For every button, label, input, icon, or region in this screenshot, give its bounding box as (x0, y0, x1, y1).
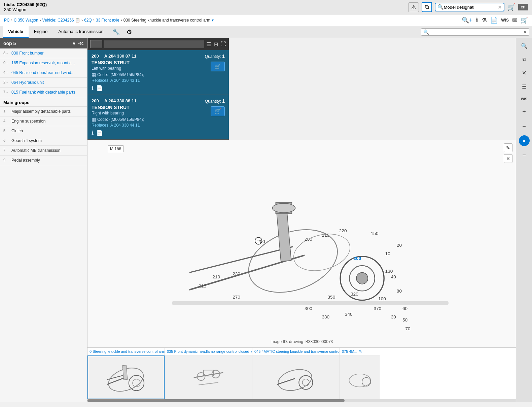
part-2-add-to-cart-button[interactable]: 🛒 (211, 106, 225, 116)
sidebar-group-6[interactable]: 6 Gearshift system (0, 136, 87, 146)
svg-text:130: 130 (385, 269, 393, 274)
search-icon[interactable]: 🔍 (437, 4, 444, 10)
part-1-add-to-cart-button[interactable]: 🛒 (211, 62, 225, 71)
language-button[interactable]: en (518, 4, 528, 10)
part-2-replaces[interactable]: Replaces: A 204 330 44 11 (92, 123, 144, 128)
svg-text:200: 200 (257, 239, 265, 244)
image-edit-button[interactable]: ✎ (504, 143, 512, 152)
thumb-label-2[interactable]: 035 Front dynamic headlamp range control… (165, 348, 252, 355)
search-input[interactable] (444, 5, 498, 10)
cart-header[interactable]: 🛒 (507, 3, 516, 11)
part-card-2: 200 A 204 330 88 11 TENSION STRUT Right … (87, 95, 229, 140)
breadcrumb-model[interactable]: C 350 Wagon (14, 18, 38, 23)
filter-icon[interactable]: ⚗ (482, 16, 487, 24)
part-2-name: TENSION STRUT (92, 105, 144, 110)
sidebar-group-9[interactable]: 9 Pedal assembly (0, 156, 87, 165)
fullscreen-icon[interactable]: ⛶ (221, 41, 226, 47)
info-icon[interactable]: ℹ (476, 16, 478, 24)
sidebar: oop 5 ∧ ≪ 8 - 030 Front bumper 0 - 165 E… (0, 38, 87, 402)
thumb-label-3[interactable]: 045 4MATIC steering knuckle and transver… (252, 348, 340, 355)
thumb-img-3[interactable] (252, 355, 340, 399)
parts-panel-header: ☰ ⊞ ⛶ (87, 38, 229, 50)
sidebar-section-main-groups: Main groups (0, 97, 87, 107)
document-alert-icon[interactable]: 📄 (490, 16, 498, 24)
tab-search-clear-icon[interactable]: ✕ (523, 30, 527, 35)
breadcrumb-dropdown-button[interactable]: ▾ (212, 18, 214, 23)
parts-search-input[interactable] (104, 40, 204, 48)
svg-text:100: 100 (378, 296, 386, 301)
thumbnail-scrollbar-thumb[interactable] (87, 399, 345, 402)
breadcrumb-frontaxle[interactable]: 33 Front axle (96, 18, 119, 23)
diagram-area: M 156 (87, 140, 516, 402)
right-sidebar-list-button[interactable]: ☰ (520, 81, 529, 92)
tab-vehicle[interactable]: Vehicle (3, 26, 29, 38)
right-sidebar-minus-button[interactable]: − (520, 149, 528, 161)
sidebar-group-1[interactable]: 1 Major assembly detachable parts (0, 107, 87, 116)
thumb-edit-icon-4[interactable]: ✎ (359, 349, 362, 354)
right-sidebar-zoom-in-button[interactable]: + (520, 106, 528, 117)
mail-icon[interactable]: ✉ (512, 16, 517, 24)
right-sidebar-wis-button[interactable]: WIS (519, 95, 529, 103)
image-close-button[interactable]: ✕ (504, 154, 512, 163)
tab-search-icon[interactable]: 🔍 (423, 29, 429, 35)
cart-bc-icon[interactable]: 🛒 (521, 16, 528, 24)
wis-icon[interactable]: WIS (501, 18, 509, 23)
tab-search-box: 🔍 ✕ (421, 28, 529, 36)
svg-text:40: 40 (391, 274, 396, 279)
tab-automatic-transmission[interactable]: Automatic transmission (53, 26, 109, 38)
main-layout: oop 5 ∧ ≪ 8 - 030 Front bumper 0 - 165 E… (0, 38, 532, 402)
tab-search-input[interactable] (429, 30, 523, 35)
copy-button[interactable]: ⧉ (422, 2, 432, 12)
thumbnail-scrollbar[interactable] (87, 399, 516, 402)
sidebar-title: oop 5 (3, 41, 16, 46)
thumb-item-4: 075 4M... ✎ (340, 348, 380, 399)
sidebar-recent-5[interactable]: 7 - 015 Fuel tank with detachable parts (0, 88, 87, 97)
breadcrumb-pc[interactable]: PC (4, 18, 10, 23)
right-sidebar-close-button[interactable]: ✕ (520, 68, 528, 78)
breadcrumb-bar: PC › C 350 Wagon › Vehicle: C204256 📋 › … (0, 14, 532, 26)
image-toolbar: ✎ ✕ (504, 143, 512, 163)
search-clear-icon[interactable]: ✕ (498, 4, 502, 10)
warning-button[interactable]: ⚠ (408, 2, 419, 12)
sidebar-group-5[interactable]: 5 Clutch (0, 126, 87, 136)
sidebar-collapse-icon[interactable]: ∧ (72, 40, 76, 46)
right-sidebar-copy-button[interactable]: ⧉ (521, 55, 528, 64)
sidebar-recent-1[interactable]: 8 - 030 Front bumper (0, 48, 87, 58)
svg-rect-43 (122, 365, 128, 380)
sidebar-group-7[interactable]: 7 Automatic MB transmission (0, 146, 87, 156)
thumb-img-2[interactable] (165, 355, 252, 399)
expand-icon[interactable]: ⊞ (214, 41, 218, 47)
part-2-info-icon[interactable]: ℹ (92, 130, 94, 136)
tab-icon-wrench[interactable]: 🔧 (109, 26, 123, 38)
right-sidebar-zoom-button[interactable]: 🔍 (519, 41, 530, 51)
breadcrumb-current[interactable]: 030 Steering knuckle and transverse cont… (123, 18, 210, 23)
sidebar-recent-3[interactable]: 4 - 045 Rear-end door/rear-end wind... (0, 68, 87, 78)
part-1-replaces[interactable]: Replaces: A 204 330 43 11 (92, 78, 144, 83)
breadcrumb-icons: 🔍+ ℹ ⚗ 📄 WIS ✉ 🛒 (462, 16, 528, 24)
table-icon-2: ▦ (92, 117, 96, 122)
thumb-img-4[interactable] (340, 355, 380, 399)
breadcrumb-62q[interactable]: 62Q (84, 18, 92, 23)
zoom-in-icon[interactable]: 🔍+ (462, 16, 473, 24)
thumb-label-4[interactable]: 075 4M... ✎ (340, 348, 380, 355)
tab-engine[interactable]: Engine (29, 26, 53, 38)
right-sidebar-blue-button[interactable]: ● (519, 135, 530, 146)
list-view-icon[interactable]: ☰ (206, 41, 211, 47)
breadcrumb-vehicle[interactable]: Vehicle: C204256 📋 (42, 18, 80, 23)
tab-icon-gear[interactable]: ⚙ (123, 26, 135, 38)
svg-text:300: 300 (305, 306, 312, 311)
part-1-info-icon[interactable]: ℹ (92, 85, 94, 91)
thumb-img-1[interactable] (87, 355, 165, 399)
sidebar-close-icon[interactable]: ≪ (78, 40, 84, 46)
svg-text:50: 50 (402, 317, 408, 323)
part-1-number: A 204 330 87 11 (104, 54, 137, 59)
thumb-label-1[interactable]: 0 Steering knuckle and transverse contro… (87, 348, 165, 355)
part-1-doc-icon[interactable]: 📄 (96, 85, 103, 91)
right-sidebar-zoom-out-button[interactable]: − (520, 121, 528, 132)
sidebar-group-4[interactable]: 4 Engine suspension (0, 116, 87, 126)
sidebar-recent-4[interactable]: 2 - 064 Hydraulic unit (0, 78, 87, 88)
right-sidebar: 🔍 ⧉ ✕ ☰ WIS + − ● − (516, 38, 532, 402)
part-2-doc-icon[interactable]: 📄 (96, 130, 103, 136)
sidebar-recent-2[interactable]: 0 - 165 Expansion reservoir, mount a... (0, 58, 87, 68)
tab-bar: Vehicle Engine Automatic transmission 🔧 … (0, 26, 532, 38)
